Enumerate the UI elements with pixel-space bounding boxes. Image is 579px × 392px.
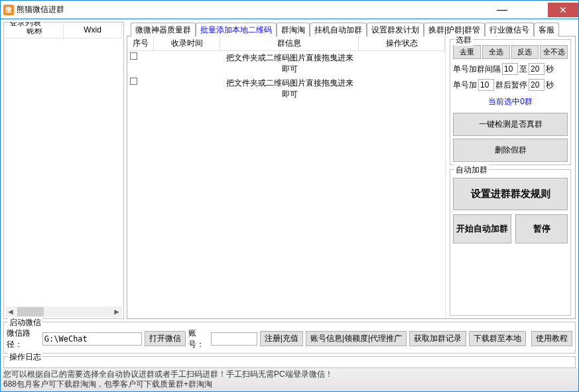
maximize-button[interactable] <box>517 3 548 17</box>
get-record-button[interactable]: 获取加群记录 <box>409 331 466 346</box>
tab-3[interactable]: 挂机自动加群 <box>310 23 367 36</box>
selectall-button[interactable]: 全选 <box>482 45 510 59</box>
tab-5[interactable]: 换群|护群|群管 <box>424 23 485 36</box>
close-button[interactable]: ✕ <box>548 3 578 17</box>
login-table-body[interactable] <box>5 38 122 306</box>
check-real-button[interactable]: 一键检测是否真群 <box>453 113 568 136</box>
table-row[interactable]: 把文件夹或二维码图片直接拖曳进来即可 <box>127 76 445 101</box>
start-auto-button[interactable]: 开始自动加群 <box>453 214 511 243</box>
tutorial-button[interactable]: 使用教程 <box>531 331 572 346</box>
register-button[interactable]: 注册|充值 <box>260 331 303 346</box>
invert-button[interactable]: 反选 <box>511 45 539 59</box>
tab-2[interactable]: 群淘淘 <box>277 23 310 36</box>
selectnone-button[interactable]: 全不选 <box>540 45 568 59</box>
login-hscroll[interactable]: ◄► <box>5 306 122 317</box>
pause-label2: 群后暂停 <box>495 80 527 91</box>
qr-col-time[interactable]: 收录时间 <box>154 36 220 50</box>
open-wechat-button[interactable]: 打开微信 <box>145 331 186 346</box>
footer-line1: 您可以根据自己的需要选择全自动协议进群或者手工扫码进群！手工扫码无需PC端登录微… <box>3 369 576 380</box>
tab-4[interactable]: 设置群发计划 <box>367 23 424 36</box>
qr-col-no[interactable]: 序号 <box>127 36 154 50</box>
footer-line2: 688包月客户可下载群淘淘，包季客户可下载质量群+群淘淘 <box>3 379 576 390</box>
pause-button[interactable]: 暂停 <box>515 214 568 243</box>
qr-col-status[interactable]: 操作状态 <box>359 36 445 50</box>
row-checkbox[interactable] <box>130 52 137 60</box>
pause-sec-input[interactable] <box>529 79 545 91</box>
select-legend: 选群 <box>454 36 473 46</box>
interval-to-input[interactable] <box>529 63 545 75</box>
account-info-button[interactable]: 账号信息|领额度|代理推广 <box>306 331 407 346</box>
account-input[interactable] <box>211 332 257 346</box>
qr-col-info[interactable]: 群信息 <box>220 36 359 50</box>
minimize-button[interactable]: — <box>487 3 517 17</box>
set-rule-button[interactable]: 设置进群群发规则 <box>453 178 568 210</box>
window-title: 熊猫微信进群 <box>17 4 64 15</box>
row-checkbox[interactable] <box>130 78 137 85</box>
pause-count-input[interactable] <box>478 79 494 91</box>
path-input[interactable] <box>42 332 142 346</box>
account-label: 账号： <box>188 328 208 350</box>
delete-fake-button[interactable]: 删除假群 <box>453 139 568 162</box>
interval-from-input[interactable] <box>502 63 518 75</box>
table-row[interactable]: 把文件夹或二维码图片直接拖曳进来即可 <box>127 51 445 76</box>
tab-6[interactable]: 行业微信号 <box>485 23 534 36</box>
tab-1[interactable]: 批量添加本地二维码 <box>196 23 277 36</box>
pause-label1: 单号加 <box>453 80 477 91</box>
app-icon: 微 <box>3 5 14 15</box>
auto-legend: 自动加群 <box>454 164 489 176</box>
download-groups-button[interactable]: 下载群至本地 <box>469 331 526 346</box>
tab-7[interactable]: 客服 <box>534 23 559 36</box>
login-legend: 登录列表 <box>8 22 42 29</box>
tab-0[interactable]: 微微神器质量群 <box>131 23 196 36</box>
dedup-button[interactable]: 去重 <box>453 45 481 59</box>
log-legend: 操作日志 <box>8 352 42 363</box>
interval-label: 单号加群间隔 <box>453 64 501 75</box>
selected-count: 当前选中0群 <box>453 96 568 107</box>
launch-legend: 启动微信 <box>8 317 42 328</box>
login-col-wxid[interactable]: Wxid <box>64 24 122 38</box>
path-label: 微信路径： <box>7 328 40 350</box>
